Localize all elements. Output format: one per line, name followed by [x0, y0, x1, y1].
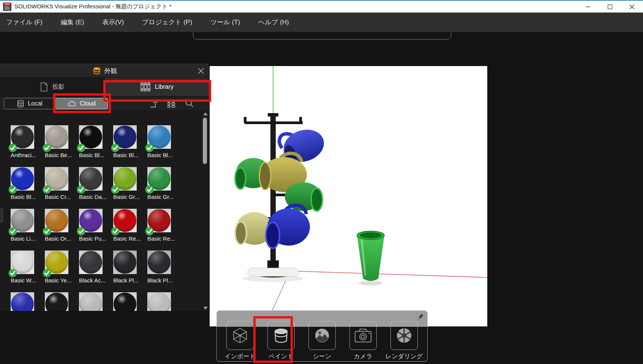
checkmark-badge-icon: [8, 269, 17, 277]
dock-item-2[interactable]: シーン: [308, 321, 336, 361]
material-item[interactable]: Basic Gr...: [147, 167, 171, 209]
material-thumbnail: [11, 292, 34, 311]
material-item[interactable]: [79, 292, 103, 311]
material-label: Basic Cr...: [45, 194, 78, 200]
material-item[interactable]: Basic Bl...: [147, 125, 171, 167]
material-label: Basic Be...: [45, 152, 78, 158]
material-label: Black Pl...: [113, 277, 147, 284]
material-item[interactable]: Basic Re...: [113, 209, 137, 251]
material-item[interactable]: [11, 292, 34, 311]
green-cup: [357, 231, 384, 285]
material-item[interactable]: Black Pl...: [147, 251, 171, 292]
appearance-panel: 外観 投影 Library: [0, 64, 210, 311]
dock-item-1[interactable]: ペイント: [267, 321, 295, 361]
material-item[interactable]: Anthraci...: [11, 125, 34, 167]
checkmark-badge-icon: [43, 227, 51, 236]
cloud-icon: [68, 101, 76, 107]
app-logo-year: 2018: [3, 3, 11, 6]
dock-item-label: ペイント: [269, 353, 294, 361]
dock-item-label: インポート: [224, 353, 256, 361]
material-item[interactable]: Basic Ye...: [45, 251, 68, 292]
material-item[interactable]: Basic Pu...: [79, 209, 103, 251]
camera-icon[interactable]: [349, 321, 377, 350]
material-item[interactable]: Basic Or...: [45, 209, 68, 251]
material-item[interactable]: Basic W...: [11, 251, 34, 292]
view-options-icon[interactable]: [167, 99, 176, 108]
tab-library[interactable]: Library: [105, 78, 210, 96]
pin-icon[interactable]: [417, 313, 424, 321]
menu-item-3[interactable]: プロジェクト (P): [133, 13, 201, 32]
dock-item-0[interactable]: インポート: [226, 321, 254, 361]
library-icon: [141, 82, 150, 91]
scene-image-icon[interactable]: [308, 321, 336, 350]
panel-close-button[interactable]: [196, 66, 206, 76]
material-item[interactable]: Basic Bl...: [79, 125, 103, 167]
close-button[interactable]: [621, 1, 643, 13]
material-item[interactable]: Basic Re...: [147, 209, 171, 251]
material-sphere: [79, 251, 102, 274]
material-label: Black Ac...: [79, 277, 112, 284]
material-label: Black Pl...: [147, 277, 181, 284]
dock-item-4[interactable]: レンダリング: [390, 321, 418, 361]
window-title: SOLIDWORKS Visualize Professional - 無題のプ…: [14, 3, 171, 10]
menu-item-0[interactable]: ファイル (F): [0, 13, 52, 32]
dock-item-3[interactable]: カメラ: [349, 321, 377, 361]
checkmark-badge-icon: [145, 185, 154, 194]
material-item[interactable]: Basic Be...: [45, 125, 68, 167]
import-arrow-icon[interactable]: [150, 99, 159, 108]
viewport-3d[interactable]: [210, 66, 487, 326]
dock-item-label: シーン: [313, 353, 332, 361]
material-item[interactable]: Black Ac...: [79, 251, 103, 292]
checkmark-badge-icon: [111, 227, 120, 236]
source-row: Local Cloud: [0, 96, 209, 111]
material-item[interactable]: Basic Da...: [79, 167, 103, 209]
render-aperture-icon[interactable]: [390, 321, 418, 350]
axis-red: [291, 271, 487, 277]
material-item[interactable]: Basic Gr...: [113, 167, 137, 209]
menu-item-5[interactable]: ヘルプ (H): [249, 13, 298, 32]
scrollbar-thumb[interactable]: [203, 118, 207, 164]
material-thumbnail: [113, 292, 137, 311]
tab-projection[interactable]: 投影: [0, 78, 105, 96]
material-item[interactable]: Basic Cr...: [45, 167, 68, 209]
material-sphere: [45, 293, 68, 311]
material-item[interactable]: [45, 292, 68, 311]
material-label: Basic Bl...: [147, 152, 181, 158]
search-icon[interactable]: [185, 99, 194, 108]
checkmark-badge-icon: [43, 185, 51, 194]
material-label: Basic Re...: [113, 235, 147, 242]
menu-item-4[interactable]: ツール (T): [201, 13, 249, 32]
material-item[interactable]: [113, 292, 137, 311]
cloud-button[interactable]: Cloud: [56, 98, 108, 109]
checkmark-badge-icon: [145, 143, 154, 152]
material-sphere: [148, 293, 171, 311]
material-sphere: [11, 293, 34, 311]
material-sphere: [114, 251, 136, 274]
menu-item-1[interactable]: 編集 (E): [52, 13, 93, 32]
panel-collapse-handle[interactable]: [0, 208, 3, 222]
material-item[interactable]: Black Pl...: [113, 251, 137, 292]
paint-bucket-icon[interactable]: [267, 321, 295, 350]
app-logo-swirl: [4, 6, 9, 10]
dock-item-label: カメラ: [354, 353, 372, 361]
menu-item-2[interactable]: 表示(V): [93, 13, 133, 32]
scroll-down-arrow-icon[interactable]: [203, 307, 208, 310]
checkmark-badge-icon: [77, 227, 85, 236]
minimize-button[interactable]: [577, 1, 599, 13]
checkmark-badge-icon: [8, 185, 17, 194]
material-label: Anthraci...: [11, 152, 44, 158]
import-cube-icon[interactable]: [226, 321, 254, 350]
material-item[interactable]: [147, 292, 171, 311]
scroll-up-arrow-icon[interactable]: [203, 112, 208, 115]
material-label: Basic Ye...: [45, 277, 78, 284]
material-item[interactable]: Basic Li...: [11, 209, 34, 251]
maximize-button[interactable]: [599, 1, 621, 13]
local-button[interactable]: Local: [4, 98, 56, 109]
material-item[interactable]: Basic Bl...: [11, 167, 34, 209]
panel-title: 外観: [104, 66, 117, 75]
scrollbar[interactable]: [202, 112, 208, 311]
checkmark-badge-icon: [145, 227, 154, 236]
material-thumbnail: [147, 292, 171, 311]
material-item[interactable]: Basic Bl...: [113, 125, 137, 167]
cloud-button-label: Cloud: [80, 100, 96, 107]
